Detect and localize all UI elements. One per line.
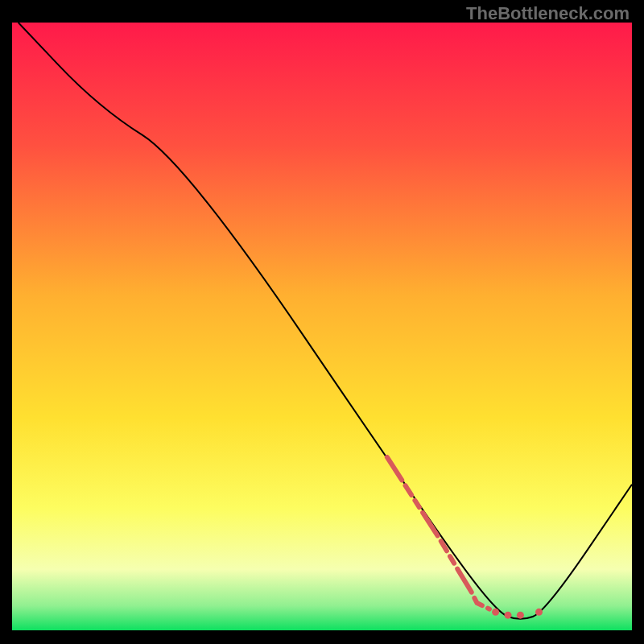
watermark-label: TheBottleneck.com [466,3,630,24]
chart-background [12,23,632,630]
highlight-dot [505,612,512,619]
bottleneck-chart [12,23,632,630]
chart-container [12,23,632,630]
highlight-dot [535,609,543,616]
highlight-dot [517,612,524,619]
highlight-dot [492,609,499,616]
